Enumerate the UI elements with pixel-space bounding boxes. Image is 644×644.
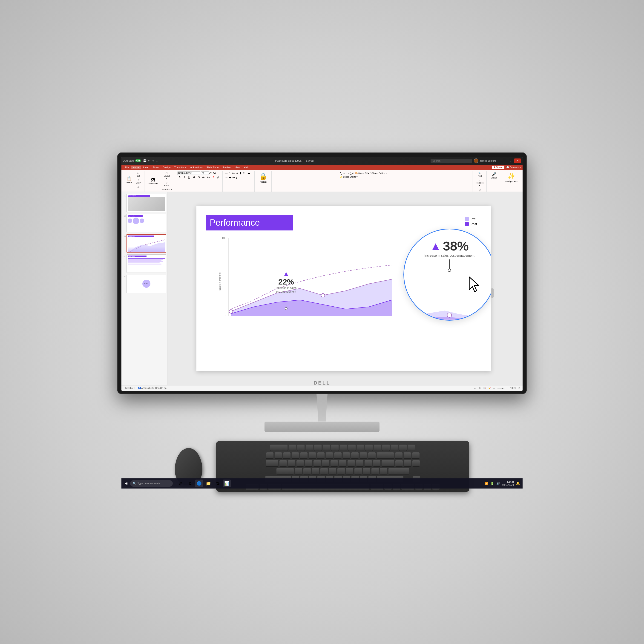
italic-button[interactable]: I (182, 175, 187, 179)
taskbar-edge-button[interactable]: 🔵 (195, 480, 203, 487)
menu-design[interactable]: Design (161, 166, 172, 169)
reset-button[interactable]: ↺ Reset (161, 181, 173, 187)
key-f6[interactable] (331, 445, 339, 451)
key-escape[interactable] (270, 445, 287, 451)
copy-button[interactable]: ⎘ Copy (134, 178, 142, 185)
zoom-slider[interactable]: ━━━●━ (497, 387, 504, 389)
underline-button[interactable]: U (187, 175, 192, 179)
key-u[interactable] (331, 460, 338, 467)
slide-thumb-3[interactable]: Performance (126, 234, 166, 253)
key-f12[interactable] (382, 445, 390, 451)
right-align-button[interactable]: ➡ (229, 176, 232, 179)
key-f8[interactable] (348, 445, 356, 451)
key-tab[interactable] (266, 460, 278, 467)
slide-thumb-5[interactable]: Our Differ. (126, 275, 166, 293)
protect-button[interactable]: 🔒 Protect (257, 171, 270, 184)
slide-canvas[interactable]: Performance Pre Post (196, 206, 491, 371)
menu-review[interactable]: Review (221, 166, 233, 169)
align-button[interactable]: ≡ (243, 171, 244, 175)
slide-thumb-2[interactable]: Opportunities (126, 214, 166, 232)
start-button[interactable]: ⊞ (124, 480, 128, 486)
key-lbracket[interactable] (365, 460, 372, 467)
key-ins[interactable] (395, 452, 403, 459)
key-q[interactable] (279, 460, 287, 467)
font-name-input[interactable] (177, 171, 200, 175)
shape-fill-button[interactable]: 🎨 Shape Fill ▾ (355, 172, 369, 174)
view-normal[interactable]: ▭ (474, 387, 476, 389)
key-f10[interactable] (365, 445, 373, 451)
key-i[interactable] (339, 460, 346, 467)
key-w[interactable] (288, 460, 295, 467)
menu-slideshow[interactable]: Slide Show (205, 166, 221, 169)
key-s[interactable] (303, 468, 311, 474)
key-f7[interactable] (340, 445, 347, 451)
key-f11[interactable] (374, 445, 381, 451)
taskbar-store-button[interactable]: 🛍 (214, 480, 221, 487)
menu-draw[interactable]: Draw (152, 166, 161, 169)
bullets-button[interactable]: ☰ (225, 171, 228, 175)
key-o[interactable] (348, 460, 355, 467)
key-f3[interactable] (306, 445, 313, 451)
key-del[interactable] (395, 460, 403, 467)
autosave-toggle[interactable]: ON (135, 159, 141, 162)
key-5[interactable] (309, 452, 316, 459)
key-quote[interactable] (380, 468, 387, 474)
section-button[interactable]: ≡ Section ▾ (161, 188, 173, 191)
line-tool[interactable]: ╲ (340, 171, 342, 175)
zoom-out-button[interactable]: — (493, 387, 495, 389)
slide-panel[interactable]: 1 Sales Proposal 2 Op (121, 192, 167, 385)
save-icon[interactable]: 💾 (143, 159, 147, 162)
font-grow-icon[interactable]: A↑ (209, 171, 213, 175)
taskbar-ppt-button[interactable]: 📊 (223, 480, 231, 487)
center-align-button[interactable]: ↔ (225, 176, 228, 179)
numbering-button[interactable]: ① (229, 171, 232, 175)
key-f2[interactable] (297, 445, 305, 451)
key-minus[interactable] (360, 452, 367, 459)
more-icon[interactable]: ⌄ (156, 159, 158, 162)
key-prtsc[interactable] (391, 445, 398, 451)
new-slide-button[interactable]: 🖼 New Slide (147, 177, 160, 185)
key-7[interactable] (326, 452, 333, 459)
shape-outline-button[interactable]: ◻ Shape Outline ▾ (370, 172, 387, 174)
key-6[interactable] (317, 452, 325, 459)
minimize-button[interactable]: — (500, 158, 507, 163)
comments-link[interactable]: 💬 Comments (506, 166, 521, 169)
key-scroll[interactable] (399, 445, 407, 451)
taskbar-taskview-button[interactable]: ⧉ (186, 480, 194, 487)
slide-thumb-4[interactable]: Sales history (126, 254, 166, 273)
oval-tool[interactable]: ◯ (350, 172, 353, 175)
key-home[interactable] (404, 452, 411, 459)
key-f[interactable] (320, 468, 328, 474)
key-h[interactable] (337, 468, 345, 474)
key-d[interactable] (312, 468, 319, 474)
slide-thumb-1[interactable]: Sales Proposal (126, 194, 166, 212)
rect-tool[interactable]: ▭ (346, 172, 349, 175)
change-case-button[interactable]: Aa (206, 175, 211, 179)
view-notes[interactable]: 📝 (488, 387, 491, 389)
design-ideas-button[interactable]: ✨ Design Ideas (503, 171, 519, 184)
key-g[interactable] (329, 468, 336, 474)
key-p[interactable] (356, 460, 363, 467)
key-y[interactable] (322, 460, 329, 467)
key-backspace[interactable] (377, 452, 394, 459)
key-f1[interactable] (289, 445, 296, 451)
menu-transitions[interactable]: Transitions (173, 166, 188, 169)
key-f9[interactable] (357, 445, 364, 451)
key-e[interactable] (296, 460, 304, 467)
key-capslock[interactable] (276, 468, 294, 474)
format-painter-button[interactable]: 🖌 (134, 185, 142, 189)
title-search-input[interactable] (431, 159, 472, 163)
increase-indent-button[interactable]: ⇥ (236, 171, 239, 175)
shadow-button[interactable]: S (197, 175, 201, 179)
key-r[interactable] (305, 460, 312, 467)
highlight-button[interactable]: 🖊 (216, 175, 221, 179)
key-pause[interactable] (408, 445, 415, 451)
menu-animations[interactable]: Animations (189, 166, 204, 169)
find-button[interactable]: 🔍 Find (475, 171, 485, 178)
key-0[interactable] (351, 452, 359, 459)
key-l[interactable] (363, 468, 370, 474)
menu-help[interactable]: Help (242, 166, 251, 169)
key-4[interactable] (300, 452, 308, 459)
redo-icon[interactable]: ↪ (152, 159, 154, 162)
more-shapes-button[interactable]: ▾ (353, 172, 354, 174)
